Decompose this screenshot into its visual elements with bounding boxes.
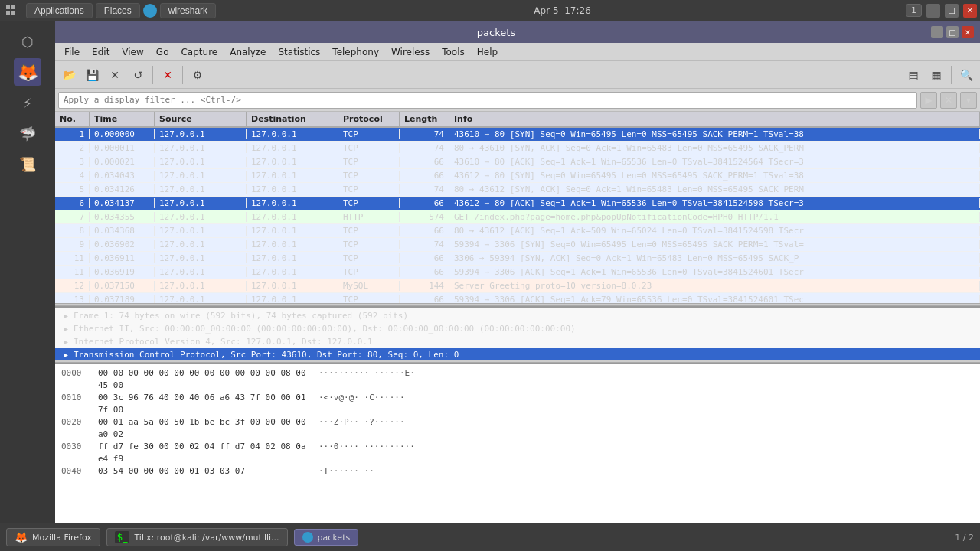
menu-telephony[interactable]: Telephony bbox=[326, 45, 385, 59]
sidebar: ⬡ 🦊 ⚡ 🦈 📜 ⊞ bbox=[0, 21, 55, 551]
sidebar-shark-icon[interactable]: 🦈 bbox=[14, 119, 41, 147]
table-row[interactable]: 7 0.034355 127.0.0.1 127.0.0.1 HTTP 574 … bbox=[55, 210, 980, 224]
win-close-btn[interactable]: ✕ bbox=[962, 26, 974, 38]
toolbar-save-btn[interactable]: 💾 bbox=[81, 64, 103, 86]
toolbar-open-btn[interactable]: 📂 bbox=[58, 64, 80, 86]
hex-ascii: ·<·v@·@· ·C······ bbox=[318, 392, 405, 416]
menu-tools[interactable]: Tools bbox=[436, 45, 471, 59]
menu-capture[interactable]: Capture bbox=[175, 45, 224, 59]
filter-apply-btn[interactable]: ▶ bbox=[920, 92, 937, 109]
packet-rows[interactable]: 1 0.000000 127.0.0.1 127.0.0.1 TCP 74 43… bbox=[55, 128, 980, 303]
hex-bytes: 00 00 00 00 00 00 00 00 00 00 00 00 08 0… bbox=[98, 367, 312, 392]
wireshark-taskbar-icon bbox=[143, 4, 157, 18]
filter-dropdown-btn[interactable]: ▾ bbox=[960, 92, 977, 109]
sidebar-network-icon[interactable]: ⬡ bbox=[14, 28, 41, 55]
svg-rect-3 bbox=[11, 11, 15, 15]
table-row[interactable]: 2 0.000011 127.0.0.1 127.0.0.1 TCP 74 80… bbox=[55, 142, 980, 155]
hex-dump: 000000 00 00 00 00 00 00 00 00 00 00 00 … bbox=[55, 363, 980, 531]
toolbar: 📂 💾 ✕ ↺ ✕ ⚙ ▤ ▦ 🔍 bbox=[55, 61, 980, 89]
toolbar-close-btn[interactable]: ✕ bbox=[104, 64, 126, 86]
col-header-source[interactable]: Source bbox=[155, 112, 247, 126]
hex-ascii: ···0···· ·········· bbox=[318, 441, 415, 465]
col-header-no[interactable]: No. bbox=[55, 112, 90, 126]
detail-row[interactable]: ▶Internet Protocol Version 4, Src: 127.0… bbox=[55, 335, 980, 348]
applications-menu[interactable]: Applications bbox=[26, 3, 93, 18]
toolbar-sep1 bbox=[152, 66, 153, 84]
detail-toggle-icon[interactable]: ▶ bbox=[61, 311, 70, 321]
menu-analyze[interactable]: Analyze bbox=[224, 45, 272, 59]
detail-label: Internet Protocol Version 4, Src: 127.0.… bbox=[74, 337, 373, 347]
col-header-info[interactable]: Info bbox=[449, 112, 980, 126]
svg-rect-2 bbox=[6, 11, 10, 15]
detail-row[interactable]: ▶Ethernet II, Src: 00:00:00_00:00:00 (00… bbox=[55, 322, 980, 335]
table-row[interactable]: 8 0.034368 127.0.0.1 127.0.0.1 TCP 66 80… bbox=[55, 224, 980, 238]
menu-wireless[interactable]: Wireless bbox=[385, 45, 436, 59]
detail-row[interactable]: ▶Transmission Control Protocol, Src Port… bbox=[55, 348, 980, 360]
toolbar-prefs-btn[interactable]: ⚙ bbox=[187, 64, 208, 86]
sidebar-script-icon[interactable]: 📜 bbox=[14, 150, 41, 178]
toolbar-reload-btn[interactable]: ↺ bbox=[127, 64, 149, 86]
hex-bytes: ff d7 fe 30 00 00 02 04 ff d7 04 02 08 0… bbox=[98, 441, 312, 465]
hex-bytes: 00 3c 96 76 40 00 40 06 a6 43 7f 00 00 0… bbox=[98, 392, 312, 416]
menu-help[interactable]: Help bbox=[471, 45, 504, 59]
packet-detail: ▶Frame 1: 74 bytes on wire (592 bits), 7… bbox=[55, 306, 980, 360]
toolbar-sep3 bbox=[951, 66, 952, 84]
detail-toggle-icon[interactable]: ▶ bbox=[61, 337, 70, 347]
menu-view[interactable]: View bbox=[116, 45, 149, 59]
packet-list: No. Time Source Destination Protocol Len… bbox=[55, 112, 980, 303]
maximize-button[interactable]: □ bbox=[945, 4, 959, 18]
table-row[interactable]: 3 0.000021 127.0.0.1 127.0.0.1 TCP 66 43… bbox=[55, 155, 980, 169]
table-row[interactable]: 13 0.037189 127.0.0.1 127.0.0.1 TCP 66 5… bbox=[55, 293, 980, 303]
window-title: packets bbox=[61, 27, 931, 38]
table-row[interactable]: 5 0.034126 127.0.0.1 127.0.0.1 TCP 74 80… bbox=[55, 183, 980, 197]
menu-statistics[interactable]: Statistics bbox=[272, 45, 326, 59]
col-header-destination[interactable]: Destination bbox=[247, 112, 338, 126]
taskbar-firefox[interactable]: 🦊 Mozilla Firefox bbox=[6, 528, 100, 546]
detail-toggle-icon[interactable]: ▶ bbox=[61, 324, 70, 334]
sidebar-firefox-icon[interactable]: 🦊 bbox=[14, 58, 41, 86]
toolbar-zoom-btn[interactable]: 🔍 bbox=[956, 64, 977, 86]
detail-row[interactable]: ▶Frame 1: 74 bytes on wire (592 bits), 7… bbox=[55, 309, 980, 322]
toolbar-sep2 bbox=[182, 66, 183, 84]
col-header-time[interactable]: Time bbox=[90, 112, 155, 126]
places-menu[interactable]: Places bbox=[96, 3, 140, 18]
wireshark-taskbar-btn[interactable]: wireshark bbox=[160, 3, 216, 18]
table-row[interactable]: 1 0.000000 127.0.0.1 127.0.0.1 TCP 74 43… bbox=[55, 128, 980, 142]
menu-edit[interactable]: Edit bbox=[86, 45, 116, 59]
menu-file[interactable]: File bbox=[58, 45, 86, 59]
display-filter-input[interactable] bbox=[58, 92, 917, 109]
table-row[interactable]: 4 0.034043 127.0.0.1 127.0.0.1 TCP 66 43… bbox=[55, 169, 980, 183]
toolbar-stop-btn[interactable]: ✕ bbox=[157, 64, 178, 86]
detail-toggle-icon[interactable]: ▶ bbox=[61, 350, 70, 360]
win-minimize-btn[interactable]: _ bbox=[931, 26, 943, 38]
hex-offset: 0010 bbox=[61, 392, 92, 416]
hex-row: 002000 01 aa 5a 00 50 1b be bc 3f 00 00 … bbox=[61, 416, 974, 441]
table-row[interactable]: 12 0.037150 127.0.0.1 127.0.0.1 MySQL 14… bbox=[55, 279, 980, 293]
menu-go[interactable]: Go bbox=[150, 45, 175, 59]
wireshark-label: packets bbox=[318, 533, 351, 543]
filter-clear-btn[interactable]: ✕ bbox=[940, 92, 957, 109]
detail-label: Ethernet II, Src: 00:00:00_00:00:00 (00:… bbox=[74, 324, 576, 334]
apps-grid-icon[interactable] bbox=[3, 2, 20, 19]
table-row[interactable]: 11 0.036919 127.0.0.1 127.0.0.1 TCP 66 5… bbox=[55, 266, 980, 279]
taskbar-wireshark[interactable]: packets bbox=[294, 529, 359, 546]
table-row[interactable]: 11 0.036911 127.0.0.1 127.0.0.1 TCP 66 3… bbox=[55, 252, 980, 266]
sidebar-bolt-icon[interactable]: ⚡ bbox=[14, 89, 41, 116]
minimize-button[interactable]: — bbox=[926, 4, 940, 18]
close-button[interactable]: ✕ bbox=[963, 4, 977, 18]
workspace-badge[interactable]: 1 bbox=[906, 4, 922, 17]
hex-offset: 0040 bbox=[61, 465, 92, 478]
table-row[interactable]: 6 0.034137 127.0.0.1 127.0.0.1 TCP 66 43… bbox=[55, 197, 980, 210]
win-maximize-btn[interactable]: □ bbox=[946, 26, 959, 38]
taskbar-tilix[interactable]: $_ Tilix: root@kali: /var/www/mutilli... bbox=[106, 528, 288, 546]
col-header-length[interactable]: Length bbox=[400, 112, 449, 126]
main-content: packets _ □ ✕ File Edit View Go Capture … bbox=[55, 21, 980, 551]
taskbar: Applications Places wireshark Apr 5 17:2… bbox=[0, 0, 980, 21]
toolbar-pane-right-btn[interactable]: ▦ bbox=[926, 64, 947, 86]
filterbar: ▶ ✕ ▾ bbox=[55, 89, 980, 112]
col-header-protocol[interactable]: Protocol bbox=[338, 112, 400, 126]
svg-rect-1 bbox=[11, 5, 15, 9]
table-row[interactable]: 9 0.036902 127.0.0.1 127.0.0.1 TCP 74 59… bbox=[55, 238, 980, 252]
toolbar-pane-left-btn[interactable]: ▤ bbox=[903, 64, 924, 86]
detail-label: Transmission Control Protocol, Src Port:… bbox=[74, 350, 459, 360]
